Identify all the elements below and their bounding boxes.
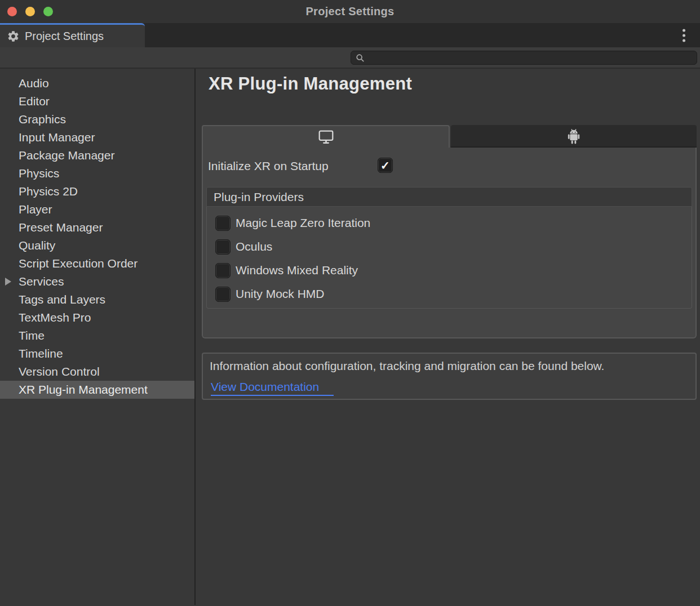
editor-tabstrip: Project Settings bbox=[0, 23, 700, 47]
search-icon bbox=[356, 54, 365, 63]
provider-checkbox-windows-mixed-reality[interactable] bbox=[215, 263, 231, 278]
sidebar-item-editor[interactable]: Editor bbox=[0, 92, 194, 110]
monitor-icon bbox=[318, 130, 334, 145]
tab-project-settings[interactable]: Project Settings bbox=[0, 23, 145, 47]
disclosure-triangle-icon[interactable] bbox=[5, 278, 11, 286]
sidebar-item-version-control[interactable]: Version Control bbox=[0, 363, 194, 381]
provider-label: Windows Mixed Reality bbox=[236, 264, 358, 277]
sidebar-item-services[interactable]: Services bbox=[0, 273, 194, 291]
provider-checkbox-magic-leap[interactable] bbox=[215, 216, 231, 231]
window-title: Project Settings bbox=[0, 0, 700, 23]
initialize-xr-row: Initialize XR on Startup ✓ bbox=[208, 159, 329, 173]
settings-sidebar: Audio Editor Graphics Input Manager Pack… bbox=[0, 69, 196, 605]
close-window-button[interactable] bbox=[7, 7, 17, 16]
tab-platform-android[interactable] bbox=[451, 125, 697, 148]
view-documentation-link[interactable]: View Documentation bbox=[211, 380, 334, 396]
content: Audio Editor Graphics Input Manager Pack… bbox=[0, 69, 700, 605]
android-icon bbox=[566, 128, 581, 145]
search-toolbar bbox=[0, 47, 700, 69]
traffic-lights bbox=[7, 7, 53, 16]
sidebar-item-preset-manager[interactable]: Preset Manager bbox=[0, 219, 194, 237]
tab-project-settings-label: Project Settings bbox=[25, 30, 104, 43]
sidebar-item-textmesh-pro[interactable]: TextMesh Pro bbox=[0, 309, 194, 327]
provider-row-windows-mixed-reality: Windows Mixed Reality bbox=[207, 259, 692, 282]
zoom-window-button[interactable] bbox=[43, 7, 53, 16]
xr-settings-panel: Initialize XR on Startup ✓ Plug-in Provi… bbox=[202, 148, 697, 338]
gear-icon bbox=[7, 30, 20, 43]
sidebar-item-input-manager[interactable]: Input Manager bbox=[0, 128, 194, 146]
search-input[interactable] bbox=[368, 52, 692, 64]
sidebar-item-graphics[interactable]: Graphics bbox=[0, 110, 194, 128]
sidebar-item-package-manager[interactable]: Package Manager bbox=[0, 146, 194, 164]
sidebar-item-time[interactable]: Time bbox=[0, 327, 194, 345]
provider-row-magic-leap: Magic Leap Zero Iteration bbox=[207, 211, 692, 235]
info-text: Information about configuration, trackin… bbox=[210, 359, 689, 373]
sidebar-item-physics[interactable]: Physics bbox=[0, 164, 194, 182]
sidebar-item-timeline[interactable]: Timeline bbox=[0, 345, 194, 363]
sidebar-item-services-label: Services bbox=[19, 275, 64, 288]
sidebar-item-player[interactable]: Player bbox=[0, 200, 194, 219]
sidebar-item-physics-2d[interactable]: Physics 2D bbox=[0, 182, 194, 200]
initialize-xr-checkbox[interactable]: ✓ bbox=[378, 158, 393, 173]
provider-label: Oculus bbox=[236, 240, 272, 253]
provider-checkbox-oculus[interactable] bbox=[215, 239, 231, 255]
provider-row-oculus: Oculus bbox=[207, 235, 692, 259]
sidebar-item-audio[interactable]: Audio bbox=[0, 74, 194, 92]
initialize-xr-label: Initialize XR on Startup bbox=[208, 159, 329, 173]
plugin-providers-list: Magic Leap Zero Iteration Oculus Windows… bbox=[206, 207, 692, 309]
sidebar-item-tags-and-layers[interactable]: Tags and Layers bbox=[0, 291, 194, 309]
sidebar-item-xr-plugin-management[interactable]: XR Plug-in Management bbox=[0, 381, 194, 399]
provider-row-unity-mock-hmd: Unity Mock HMD bbox=[207, 282, 692, 306]
plugin-providers-header: Plug-in Providers bbox=[206, 187, 692, 207]
sidebar-item-script-execution-order[interactable]: Script Execution Order bbox=[0, 255, 194, 273]
titlebar: Project Settings bbox=[0, 0, 700, 23]
minimize-window-button[interactable] bbox=[25, 7, 35, 16]
sidebar-item-quality[interactable]: Quality bbox=[0, 237, 194, 255]
provider-label: Unity Mock HMD bbox=[236, 287, 325, 301]
tab-platform-desktop[interactable] bbox=[202, 125, 450, 148]
platform-tabbar bbox=[202, 125, 697, 148]
checkmark-icon: ✓ bbox=[380, 160, 390, 171]
page-title: XR Plug-in Management bbox=[209, 74, 412, 94]
info-helpbox: Information about configuration, trackin… bbox=[202, 353, 697, 400]
provider-label: Magic Leap Zero Iteration bbox=[236, 216, 370, 230]
search-box[interactable] bbox=[351, 51, 697, 65]
main-pane: XR Plug-in Management bbox=[196, 69, 700, 605]
provider-checkbox-unity-mock-hmd[interactable] bbox=[215, 287, 231, 302]
kebab-menu-icon[interactable] bbox=[681, 27, 687, 43]
